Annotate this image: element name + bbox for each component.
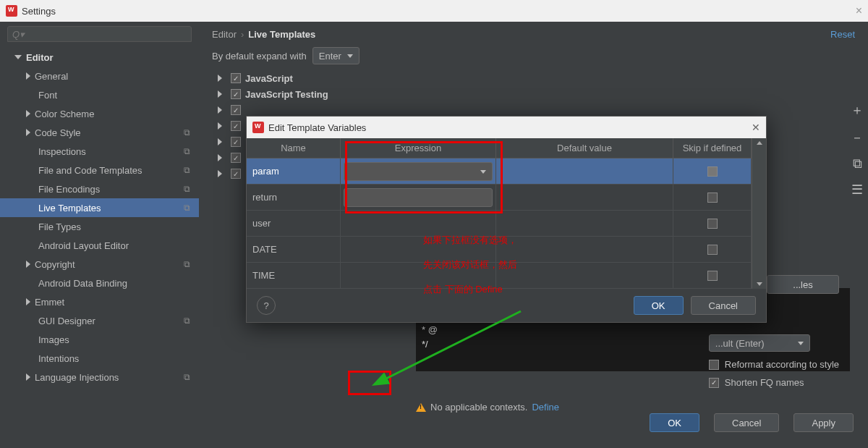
template-group-row[interactable]: JavaScript Testing [218, 86, 855, 102]
reformat-label: Reformat according to style [725, 359, 839, 370]
variable-row[interactable]: DATE [247, 237, 752, 263]
tree-item[interactable]: Font [0, 85, 199, 104]
remove-button[interactable]: － [851, 129, 864, 146]
skip-checkbox[interactable] [707, 166, 718, 177]
dialog-ok-button[interactable]: OK [634, 296, 684, 315]
var-skip-cell[interactable] [673, 159, 752, 184]
tree-label: Inspections [38, 146, 86, 157]
tree-label: General [35, 71, 68, 82]
reformat-checkbox[interactable] [709, 360, 719, 370]
var-default-cell[interactable] [496, 185, 673, 210]
var-default-cell[interactable] [496, 159, 673, 184]
breadcrumb-editor[interactable]: Editor [212, 29, 237, 40]
tree-item[interactable]: File Encodings⧉ [0, 179, 199, 198]
variable-row[interactable]: return [247, 185, 752, 211]
search-input[interactable] [7, 26, 192, 42]
paste-button[interactable]: ☰ [851, 182, 863, 198]
expand-combo[interactable]: Enter [312, 47, 359, 64]
group-checkbox[interactable] [231, 73, 241, 83]
window-close-icon[interactable]: × [856, 4, 862, 17]
var-name-cell[interactable]: return [247, 185, 341, 210]
var-expression-cell[interactable] [341, 159, 496, 184]
var-name-cell[interactable]: TIME [247, 263, 341, 288]
var-expression-cell[interactable] [341, 237, 496, 262]
reset-link[interactable]: Reset [830, 29, 855, 40]
add-button[interactable]: ＋ [851, 101, 864, 119]
var-expression-cell[interactable] [341, 211, 496, 236]
var-skip-cell[interactable] [673, 263, 752, 288]
apply-button[interactable]: Apply [793, 413, 854, 432]
variable-row[interactable]: TIME [247, 263, 752, 289]
dialog-cancel-button[interactable]: Cancel [691, 296, 756, 315]
var-skip-cell[interactable] [673, 211, 752, 236]
edit-variables-button[interactable]: ...les [767, 275, 839, 294]
tree-label: Images [38, 334, 69, 345]
tree-item[interactable]: General [0, 67, 199, 85]
var-skip-cell[interactable] [673, 237, 752, 262]
tree-label: Editor [26, 52, 54, 63]
tree-item[interactable]: Inspections⧉ [0, 142, 199, 161]
var-name-cell[interactable]: param [247, 159, 341, 184]
tree-item[interactable]: GUI Designer⧉ [0, 311, 199, 330]
chevron-right-icon [218, 75, 222, 82]
tree-item[interactable]: Android Data Binding [0, 274, 199, 292]
template-group-row[interactable]: JavaScript [218, 70, 855, 86]
tree-item[interactable]: Color Scheme [0, 104, 199, 123]
dialog-close-icon[interactable]: ✕ [752, 122, 760, 133]
tree-label: File Types [38, 221, 81, 232]
cancel-button[interactable]: Cancel [714, 413, 779, 432]
scroll-down-icon[interactable] [757, 282, 762, 286]
skip-checkbox[interactable] [707, 219, 718, 229]
expression-combo[interactable] [344, 188, 493, 207]
tree-item[interactable]: Images [0, 330, 199, 349]
tree-item[interactable]: Language Injections⧉ [0, 368, 199, 386]
tree-item[interactable]: Code Style⧉ [0, 123, 199, 142]
tree-item[interactable]: Emmet [0, 292, 199, 311]
breadcrumb-current: Live Templates [248, 29, 315, 40]
skip-checkbox[interactable] [707, 193, 718, 203]
expand-label: By default expand with [212, 51, 307, 62]
tree-item[interactable]: File Types [0, 217, 199, 236]
copy-button[interactable]: ⧉ [853, 156, 862, 172]
app-icon [252, 122, 264, 133]
group-label: JavaScript [245, 73, 293, 84]
expression-combo[interactable] [344, 162, 493, 181]
tree-item[interactable]: File and Code Templates⧉ [0, 161, 199, 179]
skip-checkbox[interactable] [707, 271, 718, 281]
var-default-cell[interactable] [496, 237, 673, 262]
var-name-cell[interactable]: user [247, 211, 341, 236]
variable-row[interactable]: param [247, 159, 752, 185]
var-skip-cell[interactable] [673, 185, 752, 210]
tree-label: File and Code Templates [38, 165, 142, 176]
shorten-fq-label: Shorten FQ names [725, 377, 804, 388]
col-header-skip: Skip if defined [673, 138, 752, 158]
settings-sidebar: Editor GeneralFontColor SchemeCode Style… [0, 22, 199, 405]
ok-button[interactable]: OK [650, 413, 699, 432]
tree-label: Android Layout Editor [38, 240, 129, 251]
shorten-fq-checkbox[interactable] [709, 378, 719, 388]
dialog-title: Edit Template Variables [268, 122, 366, 133]
help-button[interactable]: ? [257, 296, 276, 315]
var-default-cell[interactable] [496, 263, 673, 288]
scroll-up-icon[interactable] [757, 141, 762, 145]
var-default-cell[interactable] [496, 211, 673, 236]
scheme-badge-icon: ⧉ [184, 372, 190, 382]
tree-item[interactable]: Intentions [0, 349, 199, 368]
group-checkbox[interactable] [231, 89, 241, 99]
var-expression-cell[interactable] [341, 185, 496, 210]
table-scrollbar[interactable] [752, 138, 766, 289]
variable-row[interactable]: user [247, 211, 752, 237]
expand-with-combo[interactable]: ...ult (Enter) [709, 334, 810, 352]
var-expression-cell[interactable] [341, 263, 496, 288]
tree-section-editor[interactable]: Editor [0, 48, 199, 67]
skip-checkbox[interactable] [707, 245, 718, 255]
tree-label: GUI Designer [38, 316, 95, 326]
var-name-cell[interactable]: DATE [247, 237, 341, 262]
scheme-badge-icon: ⧉ [184, 259, 190, 269]
define-link[interactable]: Define [532, 402, 559, 413]
tree-item[interactable]: Copyright⧉ [0, 255, 199, 274]
tree-item[interactable]: Android Layout Editor [0, 236, 199, 255]
tree-label: File Encodings [38, 184, 100, 195]
group-label: JavaScript Testing [245, 89, 328, 100]
tree-item[interactable]: Live Templates⧉ [0, 198, 199, 217]
